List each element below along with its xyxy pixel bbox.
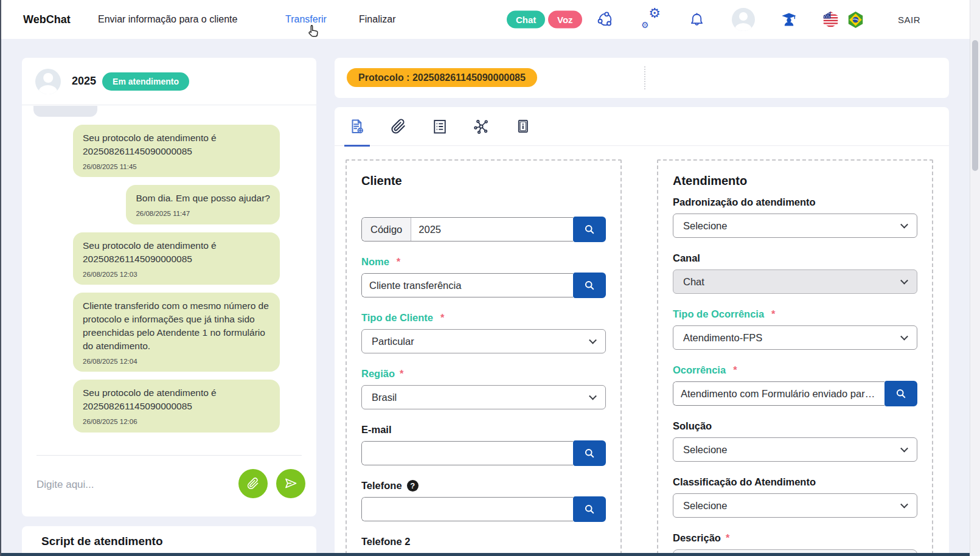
- required-asterisk: *: [771, 308, 775, 320]
- settings-gears-icon[interactable]: ⚙⚙: [641, 10, 659, 29]
- tipo-ocorrencia-field: Tipo de Ocorrência* Atendimento-FPS: [673, 308, 917, 350]
- tipo-ocorrencia-label: Tipo de Ocorrência: [673, 308, 764, 320]
- vertical-scrollbar[interactable]: [970, 0, 980, 556]
- nav-finalizar[interactable]: Finalizar: [359, 14, 395, 25]
- padronizacao-select[interactable]: Selecione: [673, 214, 917, 238]
- tipo-cliente-select[interactable]: Particular: [361, 329, 606, 353]
- classificacao-label: Classificação do Atendimento: [673, 476, 816, 488]
- nome-label: Nome: [361, 256, 389, 268]
- tipo-ocorrencia-select[interactable]: Atendimento-FPS: [673, 325, 917, 350]
- padronizacao-field: Padronização do atendimento Selecione: [673, 196, 917, 238]
- language-us-flag-icon[interactable]: [821, 10, 839, 29]
- message-list[interactable]: Seu protocolo de atendimento é 202508261…: [22, 119, 316, 452]
- chat-message: Cliente transferido com o mesmo número d…: [73, 293, 280, 372]
- document-add-icon: [348, 117, 366, 136]
- tipo-ocorrencia-value: Atendimento-FPS: [683, 332, 762, 344]
- send-message-button[interactable]: [276, 469, 305, 498]
- message-timestamp: 26/08/2025 11:45: [83, 162, 270, 172]
- canal-label: Canal: [673, 252, 700, 264]
- window-left-border: [0, 0, 1, 556]
- tab-knowledge-book[interactable]: [511, 107, 534, 146]
- tab-checklist[interactable]: [428, 107, 451, 146]
- classificacao-value: Selecione: [683, 500, 727, 512]
- search-icon: [583, 223, 596, 235]
- checklist-icon: [431, 118, 448, 135]
- email-label: E-mail: [361, 424, 392, 436]
- tab-attachments[interactable]: [387, 107, 410, 146]
- language-br-flag-icon[interactable]: [846, 10, 864, 29]
- scrolled-date-chip: [33, 106, 97, 117]
- classificacao-select[interactable]: Selecione: [673, 493, 917, 518]
- chevron-down-icon: [900, 501, 908, 509]
- chat-header: 2025 Em atendimento: [22, 58, 316, 105]
- nome-field: Nome*: [361, 256, 606, 297]
- avatar-shoulders: [735, 23, 751, 31]
- codigo-prefix-label: Código: [362, 218, 411, 241]
- scrollbar-thumb[interactable]: [972, 40, 978, 171]
- attach-file-button[interactable]: [238, 469, 268, 498]
- help-question-icon[interactable]: ?: [407, 480, 419, 492]
- message-text: Seu protocolo de atendimento é 202508261…: [83, 131, 270, 158]
- window-bottom-border: [0, 553, 980, 556]
- required-asterisk: *: [440, 312, 444, 324]
- search-icon: [583, 447, 596, 459]
- topbar: WebChat Enviar informação para o cliente…: [0, 0, 980, 39]
- voz-mode-pill[interactable]: Voz: [548, 11, 582, 29]
- tab-new-record[interactable]: [346, 107, 369, 146]
- ocorrencia-input[interactable]: [673, 382, 884, 405]
- canal-field: Canal Chat: [673, 252, 917, 294]
- message-timestamp: 26/08/2025 12:04: [83, 356, 270, 366]
- message-timestamp: 26/08/2025 12:03: [83, 269, 270, 279]
- tutorial-graduate-icon[interactable]: [780, 10, 798, 29]
- avatar-shoulders: [39, 85, 57, 94]
- chat-mode-pill[interactable]: Chat: [507, 11, 545, 29]
- required-asterisk: *: [400, 368, 403, 380]
- send-icon: [283, 476, 298, 491]
- required-asterisk: *: [726, 532, 729, 544]
- email-search-button[interactable]: [573, 440, 606, 466]
- telefone-label: Telefone: [361, 480, 402, 492]
- solucao-field: Solução Selecione: [673, 420, 917, 462]
- email-input[interactable]: [362, 442, 573, 465]
- share-network-icon[interactable]: [596, 10, 614, 29]
- nome-search-button[interactable]: [573, 273, 606, 298]
- canal-select: Chat: [673, 269, 917, 294]
- regiao-label: Região: [361, 368, 395, 380]
- logout-button[interactable]: SAIR: [898, 15, 920, 25]
- avatar-head: [43, 73, 53, 83]
- chevron-down-icon: [589, 392, 597, 400]
- solucao-select[interactable]: Selecione: [673, 437, 917, 462]
- message-text: Seu protocolo de atendimento é 202508261…: [83, 386, 270, 413]
- chevron-down-icon: [900, 445, 908, 453]
- message-timestamp: 26/08/2025 12:06: [83, 417, 270, 426]
- padronizacao-value: Selecione: [683, 220, 727, 232]
- required-asterisk: *: [733, 364, 737, 376]
- notifications-bell-icon[interactable]: [687, 10, 706, 29]
- chevron-down-icon: [589, 336, 597, 344]
- classificacao-field: Classificação do Atendimento Selecione: [673, 476, 917, 518]
- descricao-label: Descrição: [673, 532, 721, 544]
- cliente-heading: Cliente: [361, 174, 606, 188]
- user-avatar[interactable]: [732, 8, 755, 31]
- client-id: 2025: [72, 75, 96, 88]
- codigo-input[interactable]: [411, 218, 573, 241]
- nav-enviar-informacao[interactable]: Enviar informação para o cliente: [98, 14, 237, 25]
- gears-glyphs: ⚙⚙: [641, 10, 659, 29]
- codigo-search-button[interactable]: [573, 217, 606, 242]
- avatar-head: [739, 12, 748, 21]
- dotted-divider: [644, 66, 645, 89]
- telefone-search-button[interactable]: [573, 496, 606, 522]
- nome-input[interactable]: [362, 274, 573, 297]
- paperclip-icon: [390, 118, 407, 135]
- ocorrencia-search-button[interactable]: [884, 381, 917, 406]
- form-tabs: [335, 107, 949, 146]
- chevron-down-icon: [900, 333, 908, 341]
- tipo-cliente-label: Tipo de Cliente: [361, 312, 433, 324]
- chat-input-bar: [36, 455, 302, 516]
- tab-related-network[interactable]: [470, 107, 493, 146]
- telefone-input[interactable]: [362, 498, 573, 521]
- regiao-select[interactable]: Brasil: [361, 385, 606, 409]
- chat-message-input[interactable]: [36, 479, 189, 491]
- ocorrencia-field: Ocorrência*: [673, 364, 917, 406]
- script-panel-title: Script de atendimento: [22, 526, 316, 548]
